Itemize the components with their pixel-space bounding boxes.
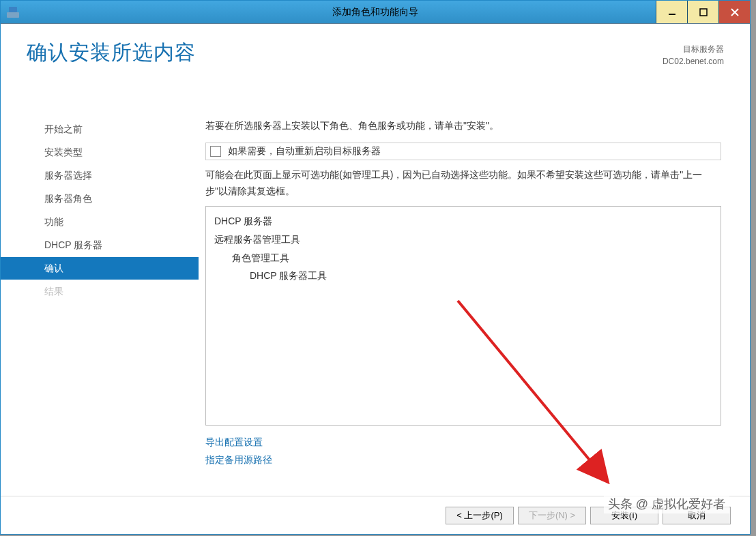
export-config-link[interactable]: 导出配置设置 — [205, 436, 263, 447]
svg-rect-1 — [9, 7, 17, 12]
step-features[interactable]: 功能 — [33, 211, 199, 233]
maximize-button[interactable] — [687, 1, 718, 23]
intro-text: 若要在所选服务器上安装以下角色、角色服务或功能，请单击"安装"。 — [205, 118, 721, 134]
step-before-begin[interactable]: 开始之前 — [33, 118, 199, 140]
titlebar: 添加角色和功能向导 — [1, 1, 750, 24]
auto-restart-row[interactable]: 如果需要，自动重新启动目标服务器 — [205, 143, 721, 160]
window-title: 添加角色和功能向导 — [1, 6, 750, 18]
auto-restart-checkbox[interactable] — [210, 146, 221, 157]
list-item: DHCP 服务器 — [214, 212, 712, 230]
step-server-roles[interactable]: 服务器角色 — [33, 188, 199, 210]
minimize-button[interactable] — [656, 1, 687, 23]
list-item: 角色管理工具 — [232, 249, 712, 267]
watermark: 头条 @ 虚拟化爱好者 — [604, 494, 729, 513]
next-button: 下一步(N) > — [518, 507, 586, 524]
content-area: 开始之前 安装类型 服务器选择 服务器角色 功能 DHCP 服务器 确认 结果 … — [1, 24, 750, 496]
target-server-info: 目标服务器 DC02.benet.com — [663, 43, 724, 68]
install-selection-list: DHCP 服务器 远程服务器管理工具 角色管理工具 DHCP 服务器工具 — [205, 206, 721, 426]
alt-source-path-link[interactable]: 指定备用源路径 — [205, 454, 272, 465]
previous-button[interactable]: < 上一步(P) — [446, 507, 514, 524]
svg-rect-3 — [700, 9, 707, 16]
page-header: 确认安装所选内容 目标服务器 DC02.benet.com — [27, 39, 724, 68]
page-title: 确认安装所选内容 — [27, 39, 196, 67]
svg-rect-0 — [7, 12, 19, 18]
auto-restart-label: 如果需要，自动重新启动目标服务器 — [228, 145, 381, 158]
list-item: 远程服务器管理工具 — [214, 230, 712, 249]
list-item: DHCP 服务器工具 — [250, 267, 712, 285]
wizard-window: 添加角色和功能向导 确认安装所选内容 目标服务器 DC02.benet.com … — [0, 0, 751, 535]
close-button[interactable] — [718, 1, 750, 23]
optional-features-note: 可能会在此页面上显示可选功能(如管理工具)，因为已自动选择这些功能。如果不希望安… — [205, 167, 721, 200]
wizard-steps-sidebar: 开始之前 安装类型 服务器选择 服务器角色 功能 DHCP 服务器 确认 结果 — [1, 43, 199, 496]
step-results: 结果 — [33, 280, 199, 303]
step-confirmation[interactable]: 确认 — [1, 257, 199, 280]
target-host: DC02.benet.com — [663, 55, 724, 68]
step-install-type[interactable]: 安装类型 — [33, 141, 199, 164]
step-dhcp-server[interactable]: DHCP 服务器 — [33, 234, 199, 256]
action-links: 导出配置设置 指定备用源路径 — [205, 434, 721, 468]
app-icon — [5, 4, 21, 20]
main-panel: 若要在所选服务器上安装以下角色、角色服务或功能，请单击"安装"。 如果需要，自动… — [199, 43, 750, 496]
step-server-selection[interactable]: 服务器选择 — [33, 164, 199, 187]
window-controls — [656, 1, 750, 23]
target-label: 目标服务器 — [663, 43, 724, 55]
